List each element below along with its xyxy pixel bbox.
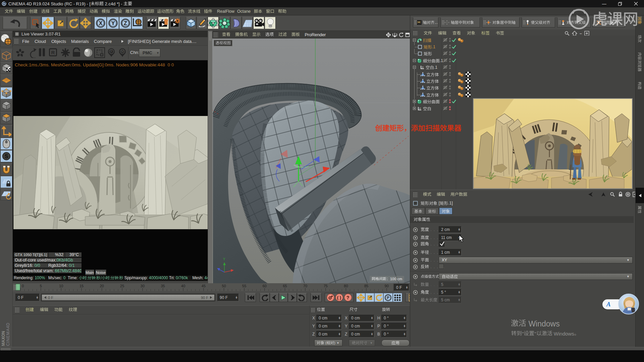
svg-text:15: 15	[79, 284, 84, 288]
svg-text:0: 0	[22, 284, 24, 288]
svg-text:0: 0	[419, 107, 421, 110]
svg-text:50: 50	[222, 284, 226, 288]
svg-text:80: 80	[344, 284, 348, 288]
svg-text:F: F	[110, 50, 112, 53]
svg-text:0: 0	[422, 66, 424, 69]
svg-text:90: 90	[385, 284, 389, 288]
svg-text:45: 45	[202, 284, 206, 288]
svg-text:20: 20	[100, 284, 104, 288]
svg-text:40: 40	[181, 284, 185, 288]
svg-text:75: 75	[324, 284, 328, 288]
svg-text:65: 65	[283, 284, 287, 288]
svg-text:35: 35	[161, 284, 165, 288]
svg-text:55: 55	[242, 284, 246, 288]
svg-text:5: 5	[40, 284, 42, 288]
svg-text:M: M	[121, 50, 124, 53]
svg-text:60: 60	[263, 284, 267, 288]
svg-text:25: 25	[120, 284, 124, 288]
svg-text:30: 30	[141, 284, 145, 288]
svg-text:85: 85	[364, 284, 368, 288]
svg-text:P: P	[387, 296, 389, 300]
svg-text:X: X	[99, 20, 102, 26]
svg-text:10: 10	[59, 284, 63, 288]
svg-text:Z: Z	[124, 20, 127, 26]
svg-text:70: 70	[303, 284, 307, 288]
svg-text:Y: Y	[111, 20, 115, 26]
svg-text:Y: Y	[223, 257, 225, 261]
svg-text:S: S	[5, 154, 8, 159]
